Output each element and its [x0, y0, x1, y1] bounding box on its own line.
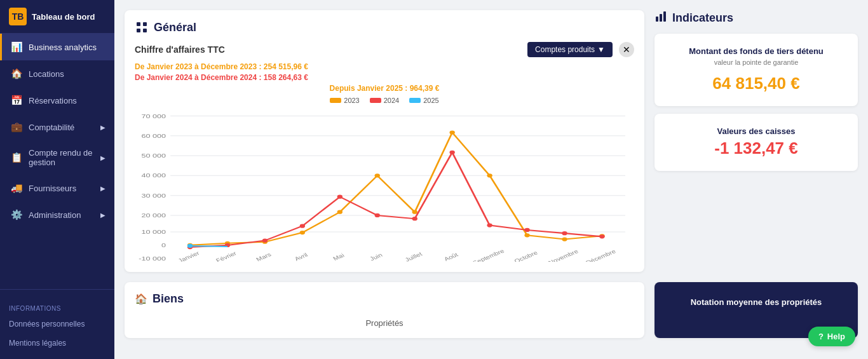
- legend-label-2025: 2025: [423, 97, 438, 104]
- sidebar-item-comptabilite[interactable]: 💼 Comptabilité ▶: [0, 114, 114, 140]
- sidebar-item-business-analytics[interactable]: 📊 Business analytics: [0, 34, 114, 60]
- chart-legend: 2023 2024 2025: [135, 97, 634, 104]
- indicateur-card-1: Montant des fonds de tiers détenu valeur…: [654, 34, 858, 106]
- comptabilite-icon: 💼: [11, 121, 22, 133]
- chevron-right-icon-4: ▶: [100, 212, 105, 219]
- svg-text:20 000: 20 000: [142, 212, 166, 219]
- svg-point-24: [337, 210, 342, 214]
- help-button[interactable]: ? Help: [808, 327, 855, 346]
- legend-label-2023: 2023: [344, 97, 359, 104]
- svg-rect-2: [137, 29, 140, 32]
- svg-point-30: [562, 237, 567, 241]
- svg-point-36: [337, 195, 342, 199]
- general-icon: [135, 20, 149, 34]
- sidebar-logo[interactable]: TB Tableau de bord: [0, 0, 114, 34]
- indicateurs-title: Indicateurs: [672, 11, 733, 25]
- general-card: Général Chiffre d'affaires TTC Comptes p…: [125, 10, 644, 272]
- legend-2025: 2025: [409, 97, 438, 104]
- legend-label-2024: 2024: [384, 97, 399, 104]
- chart-container: 70 000 60 000 50 000 40 000 30 000 20 00…: [135, 109, 634, 262]
- svg-point-26: [412, 210, 417, 214]
- indicateurs-section: Indicateurs Montant des fonds de tiers d…: [654, 10, 858, 272]
- sidebar-item-fournisseurs[interactable]: 🚚 Fournisseurs ▶: [0, 175, 114, 201]
- svg-point-37: [375, 213, 380, 217]
- biens-header: 🏠 Biens: [135, 292, 634, 306]
- ca-stat-2025: Depuis Janvier 2025 : 964,39 €: [135, 84, 634, 93]
- svg-text:Août: Août: [443, 252, 459, 262]
- ca-2024-label: De Janvier 2024 à Décembre 2024 :: [135, 73, 264, 82]
- chart-svg: 70 000 60 000 50 000 40 000 30 000 20 00…: [135, 109, 634, 262]
- svg-point-25: [375, 173, 380, 177]
- svg-text:Juin: Juin: [369, 252, 384, 262]
- svg-point-39: [449, 151, 454, 154]
- ca-header: Chiffre d'affaires TTC Comptes produits …: [135, 42, 634, 57]
- sidebar-item-label-administration: Administration: [29, 210, 81, 220]
- ca-close-button[interactable]: ✕: [619, 42, 634, 57]
- sidebar-mentions-legales[interactable]: Mentions légales: [0, 334, 114, 353]
- svg-rect-3: [143, 29, 147, 32]
- sidebar-item-label-business-analytics: Business analytics: [29, 43, 97, 52]
- svg-rect-0: [137, 22, 140, 26]
- comptes-produits-label: Comptes produits: [535, 45, 595, 54]
- legend-2024: 2024: [370, 97, 399, 104]
- indicateur-card-2: Valeurs des caisses -1 132,47 €: [654, 114, 858, 171]
- chevron-right-icon-2: ▶: [100, 154, 105, 161]
- ca-2023-label: De Janvier 2023 à Décembre 2023 :: [135, 62, 264, 71]
- ind-card-1-value: 64 815,40 €: [670, 74, 843, 93]
- svg-rect-58: [660, 14, 662, 22]
- svg-point-40: [487, 223, 492, 227]
- compte-rendu-icon: 📋: [11, 152, 22, 163]
- svg-text:Avril: Avril: [293, 252, 309, 262]
- legend-swatch-2024: [370, 98, 381, 103]
- svg-point-28: [487, 173, 492, 177]
- bottom-row: 🏠 Biens Propriétés Notation moyenne des …: [125, 282, 858, 338]
- ind-card-2-title: Valeurs des caisses: [670, 126, 843, 136]
- sidebar-item-reservations[interactable]: 📅 Réservations: [0, 87, 114, 114]
- ca-stat-2023: De Janvier 2023 à Décembre 2023 : 254 51…: [135, 62, 634, 71]
- ca-stats: De Janvier 2023 à Décembre 2023 : 254 51…: [135, 62, 634, 93]
- help-label: Help: [827, 332, 845, 341]
- svg-point-43: [599, 234, 604, 238]
- svg-text:Janvier: Janvier: [177, 250, 201, 262]
- svg-text:30 000: 30 000: [142, 192, 166, 198]
- svg-text:Juillet: Juillet: [403, 251, 423, 262]
- indicateurs-header: Indicateurs: [654, 10, 858, 26]
- biens-title: Biens: [153, 292, 184, 306]
- general-title: Général: [154, 21, 196, 34]
- ca-2024-value: 158 264,63 €: [264, 73, 308, 82]
- ind-card-1-subtitle: valeur la pointe de garantie: [670, 58, 843, 66]
- indicateurs-icon: [654, 10, 667, 26]
- svg-text:40 000: 40 000: [142, 172, 166, 179]
- svg-text:60 000: 60 000: [142, 132, 166, 139]
- svg-point-27: [449, 130, 454, 134]
- sidebar-item-label-reservations: Réservations: [29, 96, 77, 105]
- svg-rect-57: [656, 17, 658, 22]
- svg-text:Décembre: Décembre: [585, 248, 618, 262]
- svg-text:70 000: 70 000: [142, 112, 166, 119]
- ind-card-2-value: -1 132,47 €: [670, 139, 843, 158]
- top-row: Général Chiffre d'affaires TTC Comptes p…: [125, 10, 858, 272]
- sidebar-item-compte-rendu[interactable]: 📋 Compte rendu de gestion ▶: [0, 140, 114, 175]
- svg-text:Mars: Mars: [255, 252, 273, 262]
- sidebar-donnees-personnelles[interactable]: Données personnelles: [0, 315, 114, 334]
- legend-swatch-2025: [409, 98, 421, 103]
- svg-point-23: [300, 231, 305, 234]
- svg-text:Septembre: Septembre: [471, 248, 506, 262]
- sidebar-bottom-section: INFORMATIONS Données personnelles Mentio…: [0, 289, 114, 359]
- svg-rect-1: [143, 22, 147, 26]
- reservations-icon: 📅: [11, 95, 22, 106]
- chevron-down-icon: ▼: [597, 45, 605, 54]
- administration-icon: ⚙️: [11, 209, 22, 220]
- comptes-produits-button[interactable]: Comptes produits ▼: [527, 42, 613, 57]
- biens-card: 🏠 Biens Propriétés: [125, 282, 644, 338]
- main-content: Général Chiffre d'affaires TTC Comptes p…: [114, 0, 868, 359]
- biens-icon: 🏠: [135, 293, 147, 305]
- svg-rect-59: [663, 11, 666, 22]
- help-icon: ?: [818, 332, 824, 341]
- svg-point-29: [524, 233, 529, 237]
- biens-subtitle: Propriétés: [135, 313, 634, 328]
- sidebar-item-locations[interactable]: 🏠 Locations: [0, 60, 114, 87]
- legend-swatch-2023: [330, 98, 341, 103]
- svg-point-34: [262, 238, 268, 242]
- sidebar-item-administration[interactable]: ⚙️ Administration ▶: [0, 201, 114, 228]
